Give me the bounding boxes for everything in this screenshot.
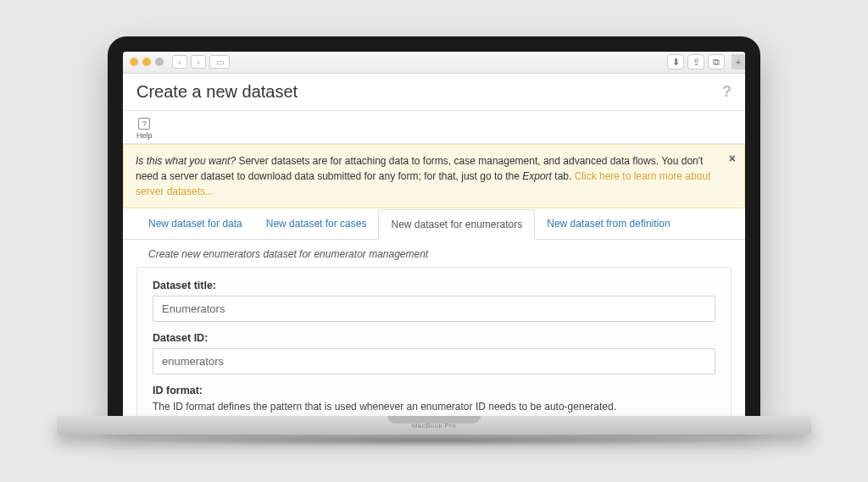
new-tab-button[interactable]: + [732, 54, 745, 69]
dataset-tabs: New dataset for data New dataset for cas… [123, 208, 745, 240]
tab-new-for-cases[interactable]: New dataset for cases [254, 209, 379, 240]
laptop-shadow [125, 435, 743, 446]
info-alert: × Is this what you want? Server datasets… [123, 144, 745, 208]
window-close-icon[interactable] [130, 58, 138, 66]
page-title: Create a new dataset [136, 82, 298, 102]
tab-new-for-enumerators[interactable]: New dataset for enumerators [378, 209, 535, 240]
tabs-button[interactable]: ⧉ [708, 54, 725, 69]
browser-sidebar-button[interactable]: ▭ [209, 55, 230, 69]
alert-prefix: Is this what you want? [136, 155, 236, 167]
tab-panel-enumerators: Create new enumerators dataset for enume… [123, 240, 745, 416]
browser-back-button[interactable]: ‹ [172, 55, 187, 69]
dataset-title-input[interactable] [153, 296, 715, 322]
dataset-title-label: Dataset title: [153, 280, 715, 291]
id-format-label: ID format: [153, 385, 715, 396]
help-toolbar: ? Help [123, 111, 745, 144]
alert-close-button[interactable]: × [729, 150, 736, 168]
id-format-caption: The ID format defines the pattern that i… [153, 401, 715, 413]
browser-forward-button[interactable]: › [191, 55, 206, 69]
laptop-base: MacBook Pro [57, 416, 811, 435]
alert-export-word: Export [522, 170, 552, 182]
window-minimize-icon[interactable] [142, 58, 151, 66]
help-button-label: Help [136, 131, 153, 140]
laptop-brand-label: MacBook Pro [412, 422, 456, 429]
dataset-form: Dataset title: Dataset ID: ID format: Th… [136, 267, 732, 416]
alert-body-2: tab. [554, 170, 574, 182]
dataset-id-input[interactable] [153, 348, 715, 374]
help-question-icon: ? [138, 118, 150, 130]
share-button[interactable]: ⇪ [687, 54, 704, 69]
tab-new-from-definition[interactable]: New dataset from definition [535, 209, 682, 240]
download-button[interactable]: ⬇ [667, 54, 684, 69]
tab-caption: Create new enumerators dataset for enume… [148, 248, 732, 260]
help-icon[interactable]: ? [722, 83, 732, 101]
dataset-id-label: Dataset ID: [153, 332, 715, 344]
window-zoom-icon[interactable] [155, 58, 164, 66]
tab-new-for-data[interactable]: New dataset for data [136, 209, 254, 240]
window-traffic-lights[interactable] [130, 58, 164, 66]
help-button[interactable]: ? Help [136, 118, 153, 140]
browser-toolbar: ‹ › ▭ ⬇ ⇪ ⧉ + [123, 52, 745, 74]
